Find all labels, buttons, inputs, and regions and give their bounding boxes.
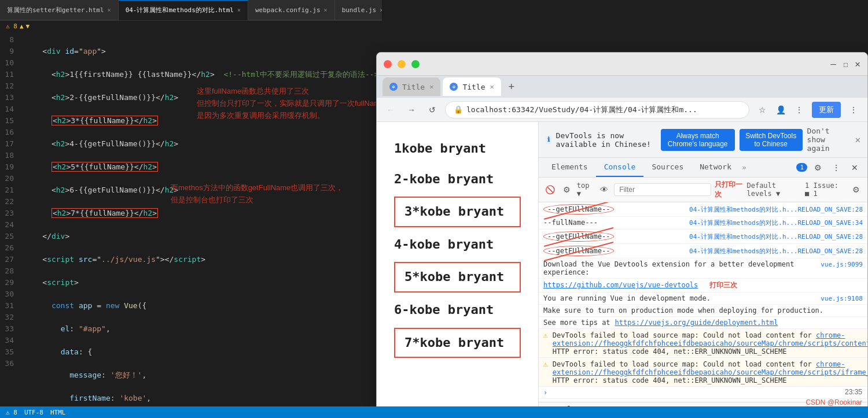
console-row6-source: vue.js:9108 xyxy=(821,295,863,302)
tab-computed-methods[interactable]: 04-计算属性和methods的对比.html × xyxy=(119,0,248,20)
console-row7-text: DevTools failed to load source map: Coul… xyxy=(553,331,867,356)
devtools-tab-console[interactable]: Console xyxy=(596,158,644,177)
console-row3-text: --getFUllName-- xyxy=(543,231,614,242)
console-row-5b: https://github.com/vuejs/vue-devtools 打印… xyxy=(539,279,867,293)
console-row6c-link[interactable]: https://vuejs.org/guide/deployment.html xyxy=(615,319,778,327)
toolbar-icons: ☆ 👤 ⋮ xyxy=(754,102,807,118)
tab-bundle-js-label: bundle.js xyxy=(342,6,377,14)
devtools-tab-sources-label: Sources xyxy=(652,162,683,171)
tab1-favicon: ⊕ xyxy=(389,83,398,91)
switch-to-chinese-button[interactable]: Switch DevTools to Chinese xyxy=(740,129,803,151)
status-warnings: ⚠ 8 xyxy=(6,409,17,416)
bookmark-btn[interactable]: ☆ xyxy=(754,102,770,118)
browser-tab2-label: Title xyxy=(462,83,485,91)
browser-tab-bar: ⊕ Title ✕ ⊕ Title ✕ + xyxy=(377,76,867,98)
devtools-header-close[interactable]: ✕ xyxy=(855,134,860,145)
warning-chevron-up[interactable]: ▲ xyxy=(20,23,24,30)
browser-tab1-close[interactable]: ✕ xyxy=(429,83,433,91)
tab-webpack-config-close[interactable]: × xyxy=(324,7,328,13)
devtools-right-icons: 1 ⚙ ⋮ ✕ xyxy=(796,160,863,176)
watermark-time: 23:35 xyxy=(845,388,862,396)
update-button[interactable]: 更新 xyxy=(812,102,841,118)
console-row4-source: 04-计算属性和methods的对比.h...RELOAD_ON_SAVE:28 xyxy=(689,247,863,256)
console-only-once-label: 只打印一次 xyxy=(715,180,743,199)
devtools-tab-network[interactable]: Network xyxy=(692,158,740,177)
console-top-label: top ▼ xyxy=(577,182,594,198)
warn-icon-2: ⚠ xyxy=(543,360,548,368)
browser-titlebar: — ☐ ✕ xyxy=(377,53,867,76)
devtools-info-message: DevTools is now available in Chinese! xyxy=(556,131,656,149)
console-row1-source: 04-计算属性和methods的对比.h...RELOAD_ON_SAVE:28 xyxy=(689,205,863,214)
dont-show-again-link[interactable]: Don't show again xyxy=(807,127,851,153)
devtools-tabs-bar: Elements Console Sources Network » 1 ⚙ ⋮… xyxy=(539,158,867,177)
devtools-tab-more[interactable]: » xyxy=(740,158,749,176)
devtools-info-icon: ℹ xyxy=(546,135,551,145)
window-close-btn[interactable] xyxy=(384,60,392,68)
tab-bundle-js-close[interactable]: × xyxy=(380,7,382,13)
console-filter-icon-btn[interactable]: ⚙ xyxy=(560,182,573,198)
console-row5-text: Download the Vue Devtools extension for … xyxy=(543,260,816,276)
page-item-2: 2-kobe bryant xyxy=(394,164,521,195)
browser-toolbar: ← → ↺ 🔒 localhost:63342/VueStudy/04-计算属性… xyxy=(377,98,867,122)
devtools-more-btn[interactable]: ⋮ xyxy=(828,160,844,176)
devtools-tab-console-label: Console xyxy=(604,162,636,171)
forward-button[interactable]: → xyxy=(403,102,420,118)
os-minimize-icon[interactable]: — xyxy=(830,58,836,69)
warning-bar: ⚠ 8 ▲ ▼ xyxy=(0,20,382,32)
devtools-dock-btn[interactable]: ✕ xyxy=(847,160,863,176)
window-minimize-btn[interactable] xyxy=(398,60,406,68)
devtools-tab-elements-label: Elements xyxy=(551,162,588,171)
console-row6-text: You are running Vue in development mode. xyxy=(543,294,711,302)
tab-bundle-js[interactable]: bundle.js × ⋮ xyxy=(335,0,382,20)
devtools-tab-sources[interactable]: Sources xyxy=(643,158,692,177)
tab-setter-getter-close[interactable]: × xyxy=(108,7,111,13)
page-item-6: 6-kobe bryant xyxy=(394,295,521,325)
tab-computed-methods-close[interactable]: × xyxy=(237,7,241,13)
console-settings-btn[interactable]: ⚙ xyxy=(849,182,863,198)
browser-tab2-close[interactable]: ✕ xyxy=(490,83,494,91)
back-button[interactable]: ← xyxy=(382,102,399,118)
console-row-2: --fullName--- 04-计算属性和methods的对比.h...REL… xyxy=(539,217,867,230)
os-restore-icon[interactable]: ☐ xyxy=(843,60,848,69)
console-body[interactable]: --getFUllName-- 04-计算属性和methods的对比.h...R… xyxy=(539,202,867,402)
reload-button[interactable]: ↺ xyxy=(424,102,440,118)
warning-count: ⚠ 8 xyxy=(6,23,17,30)
always-match-language-button[interactable]: Always match Chrome's language xyxy=(661,129,735,151)
browser-tab1-label: Title xyxy=(402,83,425,91)
tab-setter-getter[interactable]: 算属性的setter和getter.html × xyxy=(0,0,119,20)
menu-icon-btn[interactable]: ⋮ xyxy=(845,102,862,118)
page-item-5: 5*kobe bryant xyxy=(394,262,521,293)
address-bar[interactable]: 🔒 localhost:63342/VueStudy/04-计算属性/04-计算… xyxy=(445,101,749,119)
browser-tab-2[interactable]: ⊕ Title ✕ xyxy=(443,77,501,96)
browser-tab-1[interactable]: ⊕ Title ✕ xyxy=(382,77,440,96)
tab-computed-methods-label: 04-计算属性和methods的对比.html xyxy=(126,6,234,14)
page-item-4: 4-kobe bryant xyxy=(394,230,521,260)
console-row5-source: vue.js:9099 xyxy=(821,261,863,268)
lock-icon: 🔒 xyxy=(454,105,463,114)
warning-chevron-down[interactable]: ▼ xyxy=(26,23,30,30)
console-toolbar: 🚫 ⚙ top ▼ 👁 只打印一次 Default levels ▼ 1 Iss… xyxy=(539,177,867,202)
console-row-7: ⚠ DevTools failed to load source map: Co… xyxy=(539,329,867,358)
console-row-6: You are running Vue in development mode.… xyxy=(539,293,867,305)
profile-btn[interactable]: 👤 xyxy=(773,102,789,118)
console-eye-btn[interactable]: 👁 xyxy=(597,182,610,198)
annotation-methods-three: 而methos方法中的函数getFullName也调用了三次， 但是控制台也打印… xyxy=(171,182,343,206)
console-row2-source: 04-计算属性和methods的对比.h...RELOAD_ON_SAVE:34 xyxy=(689,219,863,227)
console-row1-text: --getFUllName-- xyxy=(543,204,614,214)
devtools-settings-btn[interactable]: ⚙ xyxy=(810,160,826,176)
console-clear-btn[interactable]: 🚫 xyxy=(543,182,557,198)
tab2-favicon: ⊕ xyxy=(450,83,458,91)
console-filter-input[interactable] xyxy=(614,183,711,196)
more-btn[interactable]: ⋮ xyxy=(791,102,807,118)
os-close-icon[interactable]: ✕ xyxy=(855,58,860,69)
console-row-5: Download the Vue Devtools extension for … xyxy=(539,258,867,279)
devtools-tab-elements[interactable]: Elements xyxy=(543,158,596,177)
tab-webpack-config[interactable]: webpack.config.js × xyxy=(248,0,335,20)
devtools-info-header: ℹ DevTools is now available in Chinese! … xyxy=(539,122,867,158)
window-maximize-btn[interactable] xyxy=(411,60,420,68)
new-tab-button[interactable]: + xyxy=(503,79,520,95)
console-row8-text: DevTools failed to load source map: Coul… xyxy=(553,360,867,384)
console-row4-text: --getFUllName-- xyxy=(543,246,614,256)
tab-setter-getter-label: 算属性的setter和getter.html xyxy=(7,6,104,14)
console-row5b-link[interactable]: https://github.com/vuejs/vue-devtools xyxy=(543,281,698,289)
